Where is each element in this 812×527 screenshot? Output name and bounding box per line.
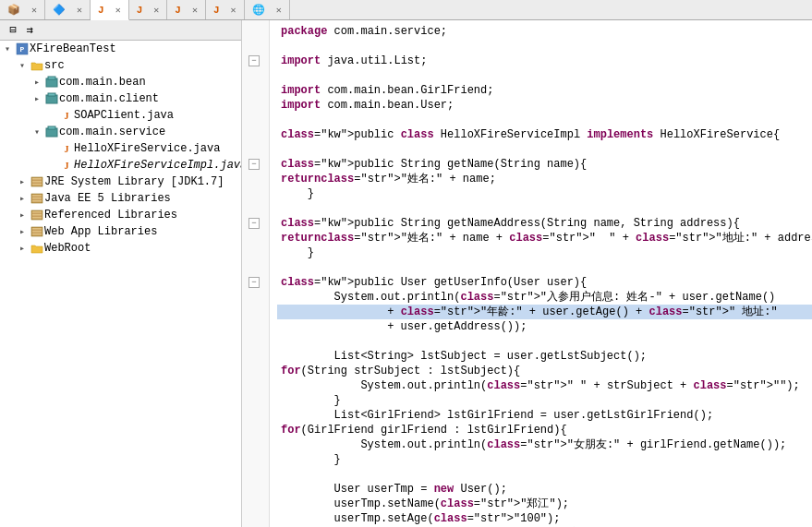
code-line-12[interactable] [277,201,812,216]
code-line-5[interactable]: import com.main.bean.User; [277,98,812,113]
code-line-15[interactable]: } [277,246,812,260]
tree-expand-icon[interactable]: ▾ [30,125,44,139]
sidebar-item-com.main.client[interactable]: ▸com.main.client [0,90,241,107]
gutter-line-25 [243,393,265,408]
code-line-30[interactable] [277,467,812,482]
gutter-line-8 [243,142,265,157]
tab-close-type-hier[interactable]: ✕ [77,5,82,16]
tab-close-webxml[interactable]: ✕ [276,5,282,16]
tree-expand-icon[interactable] [44,141,59,156]
tree-expand-icon[interactable] [44,158,59,173]
gutter-line-2[interactable]: − [243,54,265,68]
code-lines[interactable]: package com.main.service; import java.ut… [270,20,812,527]
gutter-line-3 [243,68,265,83]
tab-close-girlfriend[interactable]: ✕ [153,5,159,16]
code-line-2[interactable]: import java.util.List; [277,54,812,68]
tab-user[interactable]: J ✕ [206,0,245,19]
code-line-27[interactable]: for(GirlFriend girlFriend : lstGirlFrien… [277,423,812,437]
code-line-16[interactable] [277,260,812,275]
gutter-line-9[interactable]: − [243,157,265,172]
sidebar-item-jee5[interactable]: ▸Java EE 5 Libraries [0,190,241,207]
tab-hello-impl[interactable]: J ✕ [91,0,129,20]
sidebar-item-jre[interactable]: ▸JRE System Library [JDK1.7] [0,174,241,190]
code-line-14[interactable]: return class="str">"姓名:" + name + class=… [277,231,812,246]
code-line-29[interactable]: } [277,452,812,467]
collapse-btn[interactable]: − [248,277,259,288]
code-line-23[interactable]: for(String strSubject : lstSubject){ [277,364,812,378]
constant-icon: J [175,5,181,16]
type-hier-icon: 🔷 [53,4,66,16]
code-line-32[interactable]: userTmp.setName(class="str">"郑江"); [277,497,812,511]
tab-constant[interactable]: J ✕ [167,0,206,19]
svg-rect-15 [32,200,42,202]
tree-expand-icon[interactable]: ▸ [15,174,30,189]
tab-girlfriend[interactable]: J ✕ [129,0,168,19]
sidebar-item-webroot[interactable]: ▸WebRoot [0,240,241,257]
code-line-19[interactable]: + class="str">"年龄:" + user.getAge() + cl… [277,305,812,319]
collapse-btn[interactable]: − [248,55,259,66]
tab-close-user[interactable]: ✕ [231,5,236,16]
code-line-21[interactable] [277,334,812,349]
project-icon: P [15,42,30,56]
sidebar-item-com.main.bean[interactable]: ▸com.main.bean [0,74,241,90]
gutter-line-16 [243,260,265,275]
gutter-line-13[interactable]: − [243,216,265,231]
sidebar-item-root[interactable]: ▾PXFireBeanTest [0,41,241,57]
code-line-20[interactable]: + user.getAddress()); [277,319,812,334]
code-line-22[interactable]: List<String> lstSubject = user.getLstSub… [277,349,812,364]
code-line-33[interactable]: userTmp.setAge(class="str">"100"); [277,511,812,526]
sidebar-link-editor-btn[interactable]: ⇉ [22,23,37,38]
code-line-13[interactable]: class="kw">public String getNameAddress(… [277,216,812,231]
tree-item-label: com.main.client [59,92,159,105]
sidebar-item-webapplibs[interactable]: ▸Web App Libraries [0,223,241,240]
tree-expand-icon[interactable] [44,108,59,123]
code-line-31[interactable]: User userTmp = new User(); [277,482,812,497]
sidebar-item-src[interactable]: ▾src [0,57,241,74]
gutter-line-17[interactable]: − [243,275,265,290]
tab-close-hello-impl[interactable]: ✕ [115,5,121,16]
sidebar-item-com.main.service[interactable]: ▾com.main.service [0,124,241,140]
collapse-btn[interactable]: − [248,218,259,229]
tree-expand-icon[interactable]: ▸ [15,208,30,222]
tree-expand-icon[interactable]: ▸ [15,241,30,256]
code-line-28[interactable]: System.out.println(class="str">"女朋友:" + … [277,437,812,452]
sidebar-item-SOAPClient[interactable]: JSOAPClient.java [0,107,241,124]
tab-type-hier[interactable]: 🔷 ✕ [45,0,91,19]
code-line-1[interactable] [277,39,812,54]
sidebar-item-reflibs[interactable]: ▸Referenced Libraries [0,207,241,223]
code-line-4[interactable]: import com.main.bean.GirlFriend; [277,83,812,98]
svg-rect-23 [32,234,42,235]
sidebar-collapse-all-btn[interactable]: ⊟ [6,23,20,38]
tab-close-package-explorer[interactable]: ✕ [31,5,37,16]
code-line-18[interactable]: System.out.println(class="str">"入参用户信息: … [277,290,812,305]
code-line-11[interactable]: } [277,186,812,201]
svg-rect-22 [32,231,42,233]
tree-expand-icon[interactable]: ▸ [15,224,30,239]
code-line-3[interactable] [277,68,812,83]
tab-close-constant[interactable]: ✕ [192,5,198,16]
editor-area[interactable]: −−−− package com.main.service; import ja… [242,20,812,527]
code-line-7[interactable]: class="kw">public class HelloXFireServic… [277,127,812,142]
collapse-btn[interactable]: − [248,159,259,170]
tree-item-label: WebRoot [44,242,91,255]
code-line-25[interactable]: } [277,393,812,408]
code-line-17[interactable]: class="kw">public User getUserInfo(User … [277,275,812,290]
sidebar-item-HelloXFireService[interactable]: JHelloXFireService.java [0,140,241,157]
code-line-0[interactable]: package com.main.service; [277,24,812,39]
code-line-6[interactable] [277,113,812,127]
tree-expand-icon[interactable]: ▾ [0,42,15,56]
code-line-10[interactable]: return class="str">"姓名:" + name; [277,172,812,186]
folder-icon [30,58,44,73]
code-line-24[interactable]: System.out.println(class="str">" " + str… [277,378,812,393]
tree-expand-icon[interactable]: ▸ [30,75,44,90]
tree-expand-icon[interactable]: ▸ [15,191,30,206]
tree-expand-icon[interactable]: ▸ [30,91,44,106]
code-line-26[interactable]: List<GirlFriend> lstGirlFriend = user.ge… [277,408,812,423]
gutter-line-19 [243,305,265,319]
code-line-9[interactable]: class="kw">public String getName(String … [277,157,812,172]
sidebar-item-HelloXFireServiceImpl[interactable]: JHelloXFireServiceImpl.java [0,157,241,174]
tab-webxml[interactable]: 🌐 ✕ [245,0,290,19]
tab-package-explorer[interactable]: 📦 ✕ [0,0,45,19]
code-line-8[interactable] [277,142,812,157]
tree-expand-icon[interactable]: ▾ [15,58,30,73]
